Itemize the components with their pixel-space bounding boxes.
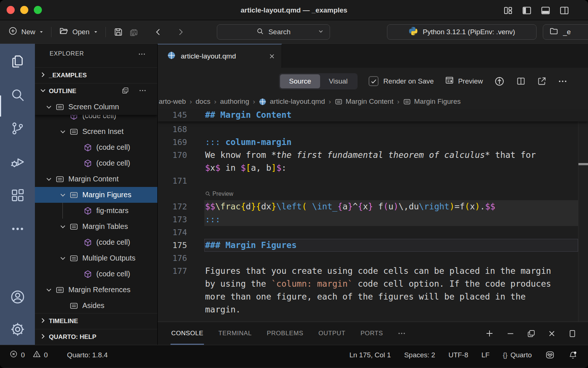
code-line-content: more than one figure, each of the figure… <box>204 290 578 303</box>
toggle-bottom-panel-icon[interactable] <box>540 5 551 16</box>
code-line[interactable]: 170We know from *the first fundamental t… <box>158 149 588 162</box>
magnifier-icon <box>205 191 211 197</box>
code-line[interactable]: margin. <box>158 303 588 316</box>
notifications-bell-icon[interactable] <box>568 350 578 360</box>
outline-item-code-cell[interactable]: (code cell) <box>35 266 157 282</box>
tab-article-layout[interactable]: article-layout.qmd <box>158 44 282 68</box>
breadcrumb-item-arto-web[interactable]: arto-web <box>159 98 186 106</box>
code-line[interactable]: 173::: <box>158 213 588 226</box>
settings-gear-icon[interactable] <box>10 321 26 337</box>
code-line[interactable]: more than one figure, each of the figure… <box>158 290 588 303</box>
outline-item-margin-tables[interactable]: Margin Tables <box>35 219 157 234</box>
problems-status[interactable]: 0 0 <box>9 350 48 360</box>
symbol-section-icon <box>55 175 64 184</box>
explorer-icon[interactable] <box>10 53 26 70</box>
encoding-status[interactable]: UTF-8 <box>448 351 468 359</box>
render-on-save-checkbox[interactable] <box>369 76 379 86</box>
preview-button[interactable]: Preview <box>445 75 483 87</box>
section-quarto-help[interactable]: QUARTO: HELP <box>35 329 157 345</box>
outline-item-multiple-outputs[interactable]: Multiple Outputs <box>35 250 157 266</box>
panel-add-icon[interactable] <box>485 329 494 338</box>
breadcrumb-item-authoring[interactable]: authoring <box>220 98 249 106</box>
outline-item-code-cell[interactable]: (code cell) <box>35 139 157 155</box>
eol-status[interactable]: LF <box>481 351 490 359</box>
code-line[interactable]: 174 <box>158 226 588 239</box>
run-debug-icon[interactable] <box>10 154 26 170</box>
section-outline[interactable]: OUTLINE <box>35 83 157 99</box>
panel-tab-ports[interactable]: PORTS <box>360 322 384 345</box>
cursor-position-status[interactable]: Ln 175, Col 1 <box>349 351 391 359</box>
section-timeline[interactable]: TIMELINE <box>35 313 157 329</box>
close-tab-icon[interactable] <box>268 53 276 60</box>
outline-item-margin-content[interactable]: Margin Content <box>35 171 157 187</box>
code-line[interactable]: 175### Margin Figures <box>158 239 588 252</box>
open-external-icon[interactable] <box>537 76 547 86</box>
extensions-icon[interactable] <box>10 187 26 204</box>
outline-item-screen-inset[interactable]: Screen Inset <box>35 124 157 139</box>
outline-item-fig-mtcars[interactable]: fig-mtcars <box>35 203 157 219</box>
sticky-scroll-line[interactable]: 145## Margin Content <box>158 109 588 121</box>
publish-icon[interactable] <box>494 76 505 87</box>
panel-more-icon[interactable] <box>397 329 406 338</box>
panel-minimize-icon[interactable] <box>506 329 515 338</box>
section-examples[interactable]: _EXAMPLES <box>35 67 157 83</box>
explorer-more-icon[interactable] <box>138 50 146 59</box>
breadcrumb-item-margin-content[interactable]: Margin Content <box>335 98 394 106</box>
panel-tab-console[interactable]: CONSOLE <box>171 322 204 345</box>
code-editor[interactable]: 145## Margin Content168169::: column-mar… <box>158 109 588 322</box>
editor-scrollbar[interactable] <box>578 110 588 322</box>
collapse-all-icon[interactable] <box>121 86 129 96</box>
new-button[interactable]: New <box>8 26 44 38</box>
quarto-version-status[interactable]: Quarto: 1.8.4 <box>67 351 108 359</box>
account-icon[interactable] <box>10 289 26 305</box>
interpreter-selector[interactable]: Python 3.12.1 (PipEnv: .venv) <box>387 24 537 40</box>
breadcrumb-item-docs[interactable]: docs <box>196 98 210 106</box>
panel-restore-icon[interactable] <box>527 329 536 338</box>
code-line[interactable]: 168 <box>158 123 588 136</box>
code-line[interactable]: 176 <box>158 252 588 265</box>
source-mode-button[interactable]: Source <box>280 74 320 88</box>
panel-tab-output[interactable]: OUTPUT <box>318 322 346 345</box>
breadcrumb-item-article-layout-qmd[interactable]: article-layout.qmd <box>259 98 325 106</box>
more-actions-icon[interactable] <box>558 77 567 86</box>
outline-item-margin-references[interactable]: Margin References <box>35 282 157 298</box>
outline-item-code-cell[interactable]: (code cell) <box>35 234 157 250</box>
save-all-button[interactable] <box>129 27 139 37</box>
code-line[interactable]: 177Figures that you create using code ce… <box>158 265 588 277</box>
search-view-icon[interactable] <box>10 87 26 103</box>
toggle-right-panel-icon[interactable] <box>559 5 570 16</box>
navigate-forward-button[interactable] <box>176 27 185 37</box>
panel-tab-problems[interactable]: PROBLEMS <box>266 322 304 345</box>
outline-item-margin-figures[interactable]: Margin Figures <box>35 187 157 203</box>
source-control-icon[interactable] <box>10 120 26 137</box>
panel-tab-terminal[interactable]: TERMINAL <box>218 322 252 345</box>
panel-layout-icon[interactable] <box>568 329 577 338</box>
outline-more-icon[interactable] <box>139 87 146 96</box>
breadcrumb-item-margin-figures[interactable]: Margin Figures <box>403 98 461 106</box>
outline-item-code-cell[interactable]: (code cell) <box>35 155 157 171</box>
language-mode-status[interactable]: {} Quarto <box>503 351 532 359</box>
more-views-icon[interactable] <box>10 221 26 237</box>
open-button[interactable]: Open <box>59 26 98 38</box>
indentation-status[interactable]: Spaces: 2 <box>404 351 435 359</box>
search-box[interactable]: Search <box>217 24 330 40</box>
code-line[interactable]: by using the `column: margin` code cell … <box>158 277 588 290</box>
customize-layout-icon[interactable] <box>502 5 513 16</box>
panel-close-icon[interactable] <box>547 329 556 338</box>
visual-mode-button[interactable]: Visual <box>320 74 356 88</box>
outline-item-screen-column[interactable]: Screen Column <box>35 99 157 115</box>
workspace-selector[interactable]: _e <box>543 24 588 40</box>
code-line[interactable]: 172$$\frac{d}{dx}\left( \int_{a}^{x} f(u… <box>158 200 588 213</box>
preview-code-lens[interactable]: Preview <box>158 187 588 200</box>
code-cell-icon <box>83 238 92 247</box>
split-editor-icon[interactable] <box>516 76 526 86</box>
save-button[interactable] <box>113 27 123 37</box>
code-line[interactable]: 169::: column-margin <box>158 136 588 149</box>
outline-item-code-cell[interactable]: (code cell) <box>35 115 157 124</box>
navigate-back-button[interactable] <box>154 27 163 37</box>
code-line[interactable]: 171 <box>158 174 588 187</box>
outline-item-asides[interactable]: Asides <box>35 298 157 313</box>
code-line[interactable]: $x$ in $[a, b]$: <box>158 162 588 174</box>
toggle-left-panel-icon[interactable] <box>521 5 532 16</box>
feedback-smiley-icon[interactable] <box>545 350 555 360</box>
